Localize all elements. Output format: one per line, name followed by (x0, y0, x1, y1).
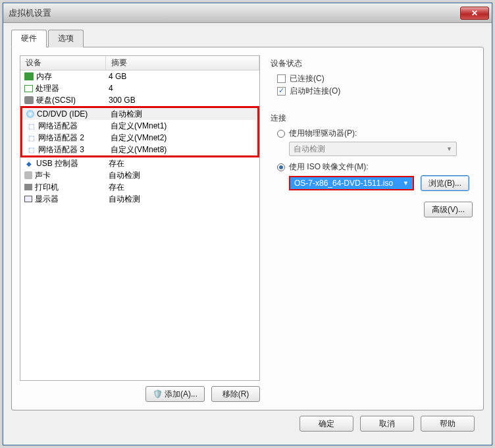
tabstrip: 硬件 选项 (11, 30, 484, 47)
ic-net-icon: ⬚ (26, 134, 36, 142)
physical-drive-value: 自动检测 (294, 144, 325, 155)
device-row[interactable]: 打印机存在 (20, 181, 259, 193)
ic-usb-icon: ◆ (24, 159, 34, 167)
device-summary: 自定义(VMnet1) (108, 121, 257, 132)
device-row[interactable]: 声卡自动检测 (20, 169, 259, 181)
rows-container: 内存4 GB处理器4硬盘(SCSI)300 GBCD/DVD (IDE)自动检测… (20, 70, 259, 205)
device-name: CD/DVD (IDE) (37, 109, 88, 119)
connected-label: 已连接(C) (290, 73, 325, 84)
device-name: 网络适配器 3 (38, 144, 84, 155)
header-summary[interactable]: 摘要 (106, 56, 259, 70)
device-name: 显示器 (35, 194, 59, 205)
iso-path-input[interactable]: OS-7-x86_64-DVD-1511.iso ▼ (289, 176, 414, 190)
header-device[interactable]: 设备 (20, 56, 106, 70)
device-row[interactable]: 内存4 GB (20, 70, 259, 82)
ic-prn-icon (24, 184, 32, 190)
advanced-button[interactable]: 高级(V)... (424, 202, 473, 217)
iso-path-value: OS-7-x86_64-DVD-1511.iso (294, 179, 393, 188)
dialog-body: 硬件 选项 设备 摘要 内存4 GB处理器4硬盘(SCSI)300 GBCD/D… (3, 23, 492, 445)
device-summary: 300 GB (106, 96, 259, 105)
chevron-down-icon[interactable]: ▼ (403, 180, 409, 186)
connection-title: 连接 (271, 113, 475, 124)
left-column: 设备 摘要 内存4 GB处理器4硬盘(SCSI)300 GBCD/DVD (ID… (20, 55, 260, 402)
tab-panel: 设备 摘要 内存4 GB处理器4硬盘(SCSI)300 GBCD/DVD (ID… (11, 47, 484, 410)
add-label: 添加(A)... (165, 389, 197, 400)
device-summary: 存在 (106, 182, 259, 193)
device-name: 网络适配器 (38, 121, 78, 132)
device-summary: 自定义(VMnet2) (108, 132, 257, 144)
device-row[interactable]: ⬚网络适配器自定义(VMnet1) (22, 120, 257, 132)
device-name: 处理器 (36, 83, 59, 94)
window-title: 虚拟机设置 (9, 7, 460, 19)
ic-cpu-icon (24, 85, 33, 92)
device-name: 内存 (36, 71, 52, 82)
device-row[interactable]: CD/DVD (IDE)自动检测 (22, 108, 257, 120)
add-button[interactable]: 🛡️ 添加(A)... (145, 386, 205, 402)
device-row[interactable]: 处理器4 (20, 82, 259, 94)
advanced-row: 高级(V)... (271, 202, 473, 217)
device-name: 网络适配器 2 (38, 132, 84, 144)
ic-net-icon: ⬚ (26, 146, 36, 154)
footer-buttons: 确定 取消 帮助 (11, 410, 484, 438)
cancel-button[interactable]: 取消 (360, 416, 414, 432)
ic-hdd-icon (24, 96, 34, 104)
device-name: USB 控制器 (36, 158, 78, 169)
tab-options[interactable]: 选项 (48, 30, 84, 47)
device-name: 声卡 (35, 170, 51, 181)
device-summary: 4 GB (106, 72, 259, 81)
device-row[interactable]: 显示器自动检测 (20, 193, 259, 205)
device-summary: 自定义(VMnet8) (108, 144, 257, 155)
remove-button[interactable]: 移除(R) (211, 386, 260, 402)
use-physical-row[interactable]: 使用物理驱动器(P): (277, 128, 475, 139)
device-row[interactable]: ◆USB 控制器存在 (20, 157, 259, 169)
list-header: 设备 摘要 (20, 56, 259, 70)
use-physical-radio[interactable] (277, 130, 285, 138)
use-iso-row[interactable]: 使用 ISO 映像文件(M): (277, 161, 475, 173)
vm-settings-window: 虚拟机设置 ✕ 硬件 选项 设备 摘要 内存4 GB处理器4硬盘(SCSI)30… (3, 3, 492, 445)
close-icon: ✕ (471, 9, 478, 18)
device-summary: 存在 (106, 158, 259, 169)
connect-on-power-row[interactable]: 启动时连接(O) (277, 86, 475, 97)
connected-checkbox[interactable] (277, 74, 286, 83)
use-physical-label: 使用物理驱动器(P): (289, 128, 357, 139)
ic-net-icon: ⬚ (26, 122, 36, 130)
shield-icon: 🛡️ (153, 389, 162, 399)
tab-hardware[interactable]: 硬件 (11, 30, 47, 47)
close-button[interactable]: ✕ (460, 7, 489, 20)
device-buttons: 🛡️ 添加(A)... 移除(R) (20, 386, 260, 402)
ic-mem-icon (24, 72, 34, 80)
help-button[interactable]: 帮助 (421, 416, 475, 432)
use-iso-radio[interactable] (277, 163, 285, 171)
device-row[interactable]: 硬盘(SCSI)300 GB (20, 94, 259, 106)
device-summary: 自动检测 (106, 170, 259, 181)
ok-button[interactable]: 确定 (300, 416, 353, 432)
title-bar[interactable]: 虚拟机设置 ✕ (3, 3, 492, 23)
device-name: 硬盘(SCSI) (36, 95, 76, 106)
device-list[interactable]: 设备 摘要 内存4 GB处理器4硬盘(SCSI)300 GBCD/DVD (ID… (20, 55, 260, 381)
device-row[interactable]: ⬚网络适配器 2自定义(VMnet2) (22, 132, 257, 144)
highlighted-group: CD/DVD (IDE)自动检测⬚网络适配器自定义(VMnet1)⬚网络适配器 … (20, 106, 259, 157)
ic-snd-icon (24, 171, 32, 179)
ic-disp-icon (24, 196, 32, 202)
browse-button[interactable]: 浏览(B)... (421, 175, 469, 191)
content-area: 设备 摘要 内存4 GB处理器4硬盘(SCSI)300 GBCD/DVD (ID… (20, 55, 475, 402)
iso-row: OS-7-x86_64-DVD-1511.iso ▼ 浏览(B)... (289, 175, 475, 191)
use-iso-label: 使用 ISO 映像文件(M): (289, 161, 369, 173)
chevron-down-icon: ▼ (446, 146, 452, 152)
connect-on-power-checkbox[interactable] (277, 87, 286, 96)
device-summary: 自动检测 (108, 109, 257, 120)
ic-cd-icon (26, 110, 34, 118)
device-row[interactable]: ⬚网络适配器 3自定义(VMnet8) (22, 144, 257, 155)
device-summary: 4 (106, 84, 259, 93)
device-summary: 自动检测 (106, 194, 259, 205)
connect-on-power-label: 启动时连接(O) (290, 86, 340, 97)
right-column: 设备状态 已连接(C) 启动时连接(O) 连接 使用物理驱动器(P): (268, 55, 475, 402)
device-status-title: 设备状态 (271, 58, 475, 69)
connected-row[interactable]: 已连接(C) (277, 73, 475, 84)
device-name: 打印机 (35, 182, 59, 193)
physical-drive-combo: 自动检测 ▼ (289, 142, 457, 156)
